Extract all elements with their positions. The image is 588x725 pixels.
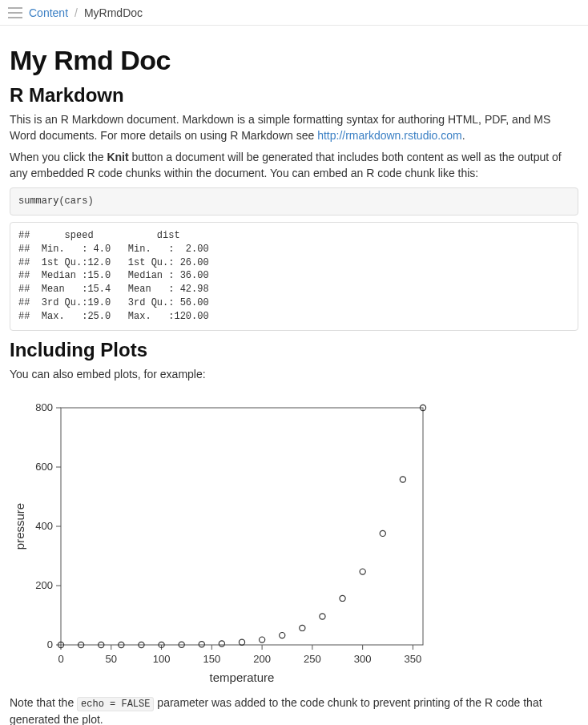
rmarkdown-link[interactable]: http://rmarkdown.rstudio.com (317, 129, 462, 142)
page-title: My Rmd Doc (10, 45, 578, 76)
code-chunk-summary: summary(cars) (10, 187, 578, 215)
svg-point-38 (239, 639, 244, 645)
breadcrumb-bar: Content / MyRmdDoc (0, 0, 588, 26)
svg-text:50: 50 (106, 653, 117, 665)
intro-paragraph-1: This is an R Markdown document. Markdown… (10, 111, 578, 144)
section-heading-plots: Including Plots (10, 339, 578, 361)
output-summary: ## speed dist ## Min. : 4.0 Min. : 2.00 … (10, 222, 578, 331)
section-heading-rmarkdown: R Markdown (10, 84, 578, 107)
svg-point-44 (360, 569, 365, 574)
svg-text:200: 200 (253, 653, 271, 665)
breadcrumb-current: MyRmdDoc (84, 6, 143, 19)
svg-text:600: 600 (35, 461, 53, 473)
svg-text:200: 200 (35, 579, 53, 591)
plots-intro: You can also embed plots, for example: (10, 366, 578, 382)
knit-bold: Knit (107, 151, 128, 163)
intro-text-2a: When you click the (10, 151, 107, 163)
svg-rect-0 (61, 408, 423, 645)
svg-text:300: 300 (354, 653, 372, 665)
svg-text:0: 0 (58, 653, 63, 665)
svg-point-37 (219, 641, 224, 646)
svg-point-36 (199, 642, 204, 647)
breadcrumb-root[interactable]: Content (29, 6, 68, 19)
intro-paragraph-2: When you click the Knit button a documen… (10, 149, 578, 182)
footnote-a: Note that the (10, 696, 77, 709)
svg-text:150: 150 (203, 653, 220, 665)
plot-container: 0501001502002503003500200400600800temper… (10, 393, 578, 690)
svg-text:400: 400 (35, 520, 53, 532)
svg-point-41 (300, 625, 305, 630)
svg-text:temperature: temperature (210, 671, 275, 684)
svg-point-43 (340, 595, 345, 601)
svg-point-45 (380, 530, 385, 536)
plot-footnote: Note that the echo = FALSE parameter was… (10, 695, 578, 725)
hamburger-icon[interactable] (8, 7, 22, 18)
pressure-plot: 0501001502002503003500200400600800temper… (10, 393, 434, 690)
svg-point-39 (260, 637, 265, 642)
svg-text:100: 100 (153, 653, 171, 665)
svg-text:800: 800 (35, 401, 53, 413)
svg-text:250: 250 (304, 653, 321, 665)
svg-text:350: 350 (405, 653, 422, 665)
svg-text:pressure: pressure (13, 503, 26, 550)
intro-text-1a: This is an R Markdown document. Markdown… (10, 113, 550, 142)
svg-point-42 (320, 614, 325, 619)
document-content: My Rmd Doc R Markdown This is an R Markd… (0, 26, 588, 725)
svg-point-40 (280, 632, 285, 638)
breadcrumb-separator: / (75, 6, 78, 19)
intro-text-1b: . (462, 129, 465, 142)
svg-text:0: 0 (47, 638, 53, 650)
svg-point-46 (400, 477, 405, 482)
echo-false-code: echo = FALSE (77, 697, 154, 711)
